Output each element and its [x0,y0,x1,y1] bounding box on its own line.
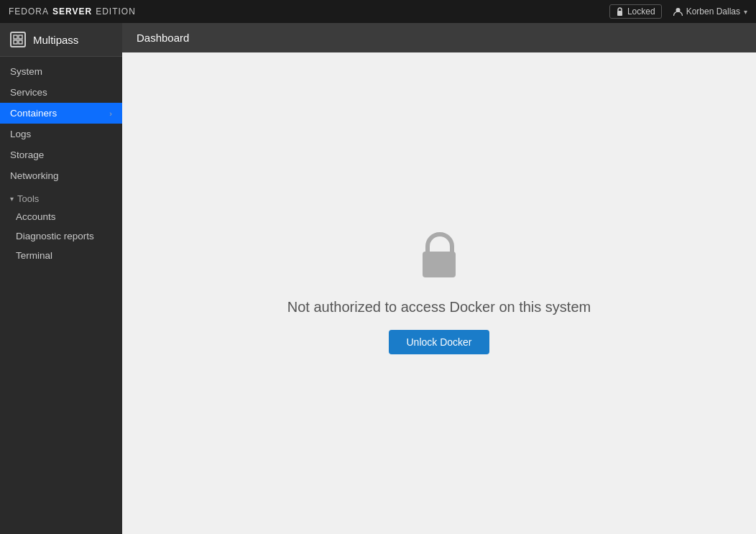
svg-rect-0 [617,11,622,16]
sidebar-item-diagnostic-reports[interactable]: Diagnostic reports [0,226,122,246]
sidebar-app-header[interactable]: Multipass [0,23,122,57]
svg-rect-5 [19,40,22,44]
user-menu[interactable]: Korben Dallas ▾ [673,6,747,17]
sidebar-item-label: Networking [10,170,59,181]
svg-rect-6 [423,252,456,277]
tools-section-header[interactable]: ▾ Tools [0,186,122,207]
user-icon [673,7,683,17]
sidebar-item-label: Diagnostic reports [16,231,94,241]
grid-icon [10,32,26,47]
sidebar-item-label: Terminal [16,250,52,261]
sidebar-item-label: Containers [10,108,57,119]
brand: FEDORA SERVER EDITION [9,6,136,17]
chevron-down-icon: ▾ [10,195,14,203]
chevron-down-icon: ▾ [744,8,747,16]
topbar-right: Locked Korben Dallas ▾ [609,4,747,19]
sidebar-item-containers[interactable]: Containers › [0,103,122,124]
sidebar-item-label: Logs [10,129,31,139]
topbar: FEDORA SERVER EDITION Locked Korben Dall… [0,0,756,23]
lock-icon [616,7,624,17]
chevron-right-icon: › [109,109,112,118]
content-main: Not authorized to access Docker on this … [122,52,756,534]
brand-server: SERVER [52,6,92,17]
locked-status[interactable]: Locked [609,4,662,19]
sidebar-item-label: Storage [10,149,44,160]
svg-rect-3 [19,35,22,39]
sidebar-item-networking[interactable]: Networking [0,165,122,186]
locked-label: Locked [627,6,655,17]
sidebar-item-storage[interactable]: Storage [0,144,122,165]
sidebar-item-services[interactable]: Services [0,82,122,103]
sidebar-app-name: Multipass [33,34,78,46]
content-area: Dashboard Not authorized to access Docke… [122,23,756,534]
sidebar-item-label: System [10,66,42,77]
unlock-docker-button[interactable]: Unlock Docker [389,330,489,354]
page-title: Dashboard [137,32,189,44]
sidebar-item-label: Services [10,87,47,98]
svg-rect-4 [14,40,17,44]
svg-rect-2 [14,35,17,39]
sidebar-item-accounts[interactable]: Accounts [0,207,122,226]
lock-icon [418,232,461,285]
sidebar: Multipass System Services Containers › L… [0,23,122,534]
sidebar-item-logs[interactable]: Logs [0,124,122,144]
not-authorized-text: Not authorized to access Docker on this … [287,299,591,316]
sidebar-item-terminal[interactable]: Terminal [0,246,122,265]
app-layout: Multipass System Services Containers › L… [0,23,756,534]
content-header: Dashboard [122,23,756,52]
sidebar-nav: System Services Containers › Logs Storag… [0,57,122,265]
brand-fedora: FEDORA [9,6,49,17]
user-name: Korben Dallas [686,6,740,17]
brand-edition: EDITION [96,6,136,17]
sidebar-item-label: Accounts [16,211,56,222]
sidebar-item-system[interactable]: System [0,61,122,82]
tools-section-label: Tools [17,193,39,204]
